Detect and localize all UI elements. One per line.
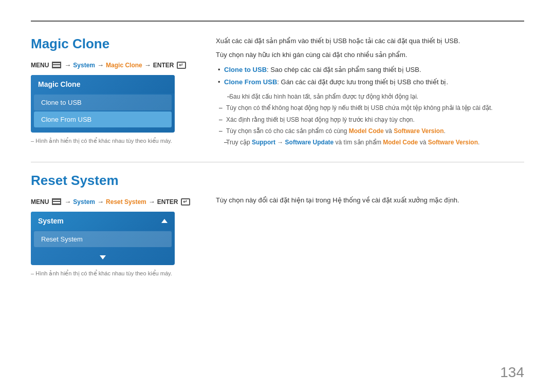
rs-enter-icon bbox=[181, 198, 190, 206]
magic-clone-panel: Magic Clone Clone to USB Clone From USB bbox=[31, 75, 175, 133]
enter-icon bbox=[177, 62, 186, 69]
desc-line2: Tùy chọn này hữu ích khi gán cùng cài đặ… bbox=[216, 50, 524, 61]
section-divider bbox=[31, 162, 524, 162]
note-4: Truy cập Support → Software Update và tì… bbox=[221, 138, 524, 147]
note4-mid: và tìm sản phẩm bbox=[334, 139, 383, 146]
notes-list: Sau khi đặt cấu hình hoàn tất, sản phẩm … bbox=[216, 92, 524, 147]
magic-clone-section: Magic Clone MENU → System → Magic Clone … bbox=[31, 36, 524, 150]
desc-line1: Xuất các cài đặt sản phẩm vào thiết bị U… bbox=[216, 36, 524, 47]
reset-system-right: Tùy chọn này đổi cài đặt hiện tại trong … bbox=[216, 173, 524, 277]
rs-enter-label: ENTER bbox=[157, 198, 178, 206]
note3-suffix: . bbox=[444, 127, 446, 135]
arrow-down-icon bbox=[100, 255, 106, 259]
note-2: Xác định rằng thiết bị USB hoạt động hợp… bbox=[216, 115, 524, 125]
note3-prefix: Tùy chọn sẵn có cho các sản phẩm có cùng bbox=[226, 127, 349, 135]
arrow2: → bbox=[97, 61, 104, 69]
magic-clone-nav: Magic Clone bbox=[106, 62, 142, 69]
arrow3: → bbox=[144, 61, 151, 69]
system-panel-header: System bbox=[31, 212, 175, 230]
rs-system-nav: System bbox=[73, 198, 95, 206]
reset-system-left: Reset System MENU → System → Reset Syste… bbox=[31, 173, 195, 277]
menu-label: MENU bbox=[31, 62, 49, 69]
menu-icon bbox=[52, 62, 61, 68]
arrow1: → bbox=[64, 61, 71, 69]
note-3: Tùy chọn sẵn có cho các sản phẩm có cùng… bbox=[216, 126, 524, 136]
note4-prefix: Truy cập bbox=[226, 139, 252, 146]
reset-desc: Tùy chọn này đổi cài đặt hiện tại trong … bbox=[216, 195, 524, 206]
rs-arrow2: → bbox=[97, 198, 104, 206]
system-nav: System bbox=[73, 62, 95, 69]
magic-clone-left: Magic Clone MENU → System → Magic Clone … bbox=[31, 36, 195, 150]
rs-menu-icon bbox=[52, 198, 61, 205]
rs-reset-nav: Reset System bbox=[106, 198, 146, 206]
note4-mid2: và bbox=[418, 139, 428, 146]
magic-clone-right: Xuất các cài đặt sản phẩm vào thiết bị U… bbox=[216, 36, 524, 150]
page-number: 134 bbox=[500, 364, 524, 381]
clone-from-usb-text: : Gán các cài đặt được lưu trong thiết b… bbox=[277, 78, 448, 86]
system-panel: System Reset System bbox=[31, 212, 175, 265]
clone-to-usb-text: : Sao chép các cài đặt sản phẩm sang thi… bbox=[267, 66, 421, 73]
rs-menu-label: MENU bbox=[31, 198, 49, 206]
panel-header: Magic Clone bbox=[31, 75, 175, 94]
reset-system-note: Hình ảnh hiển thị có thể khác nhau tùy t… bbox=[31, 270, 195, 277]
bullet-clone-to-usb: Clone to USB: Sao chép các cài đặt sản p… bbox=[216, 65, 524, 76]
top-divider bbox=[31, 21, 524, 22]
clone-to-usb-item[interactable]: Clone to USB bbox=[34, 95, 172, 110]
system-panel-title: System bbox=[38, 217, 64, 225]
note4-software-update: Software Update bbox=[285, 139, 334, 146]
note4-arrow: → bbox=[275, 139, 285, 146]
note4-software-version: Software Version bbox=[428, 139, 478, 146]
magic-clone-note: Hình ảnh hiển thị có thể khác nhau tùy t… bbox=[31, 138, 195, 144]
sub-bullet-text: Sau khi đặt cấu hình hoàn tất, sản phẩm … bbox=[229, 93, 418, 100]
reset-system-section: Reset System MENU → System → Reset Syste… bbox=[31, 173, 524, 277]
arrow-up-icon bbox=[161, 219, 168, 223]
note4-model-code: Model Code bbox=[383, 139, 418, 146]
bullet-clone-from-usb: Clone From USB: Gán các cài đặt được lưu… bbox=[216, 77, 524, 88]
reset-system-breadcrumb: MENU → System → Reset System → ENTER bbox=[31, 198, 195, 206]
magic-clone-title: Magic Clone bbox=[31, 36, 195, 52]
note3-model-code: Model Code bbox=[349, 127, 384, 135]
clone-from-usb-item[interactable]: Clone From USB bbox=[34, 111, 172, 127]
note4-support: Support bbox=[252, 139, 275, 146]
note-1: Tùy chọn có thể không hoạt động hợp lý n… bbox=[216, 103, 524, 113]
note3-mid: và bbox=[384, 127, 394, 135]
bullets-list: Clone to USB: Sao chép các cài đặt sản p… bbox=[216, 65, 524, 88]
rs-arrow3: → bbox=[149, 198, 155, 206]
clone-from-usb-label: Clone From USB bbox=[224, 78, 277, 86]
arrow-down-row bbox=[31, 251, 175, 265]
enter-label: ENTER bbox=[153, 62, 174, 69]
rs-arrow1: → bbox=[64, 198, 71, 206]
note4-suffix: . bbox=[478, 139, 479, 146]
sub-bullet-restart: Sau khi đặt cấu hình hoàn tất, sản phẩm … bbox=[224, 92, 524, 102]
magic-clone-breadcrumb: MENU → System → Magic Clone → ENTER bbox=[31, 61, 195, 69]
clone-to-usb-label: Clone to USB bbox=[224, 66, 267, 73]
reset-system-item[interactable]: Reset System bbox=[34, 231, 172, 247]
reset-system-title: Reset System bbox=[31, 173, 195, 189]
note3-software-version: Software Version bbox=[394, 127, 443, 135]
